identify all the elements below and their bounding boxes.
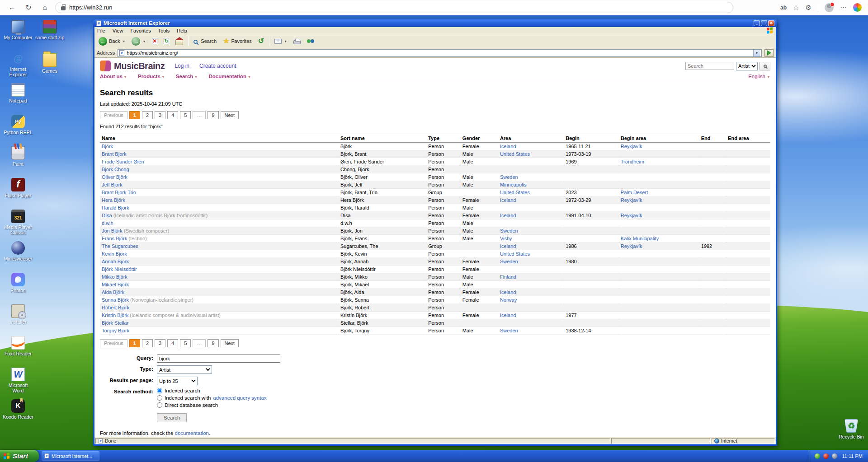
pagination-page-4[interactable]: 4 xyxy=(167,111,178,119)
pagination-next[interactable]: Next xyxy=(221,111,239,119)
artist-link[interactable]: Björk Stellar xyxy=(102,320,128,326)
artist-link[interactable]: Mikael Björk xyxy=(102,282,129,287)
desktop-icon-microsoft-word[interactable]: Microsoft Word xyxy=(3,368,33,396)
browser-menu-icon[interactable]: ⋯ xyxy=(840,4,847,11)
documentation-link[interactable]: documentation xyxy=(175,430,209,436)
pagination-next[interactable]: Next xyxy=(221,339,239,347)
desktop-icon-notepad[interactable]: Notepad xyxy=(3,83,33,111)
nav-search[interactable]: Search ▼ xyxy=(176,74,198,79)
artist-link[interactable]: The Sugarcubes xyxy=(102,243,138,249)
area-link[interactable]: Iceland xyxy=(500,213,516,218)
history-button[interactable]: ↺ xyxy=(257,37,265,46)
site-search-input[interactable] xyxy=(685,62,734,70)
artist-link[interactable]: Kristín Björk xyxy=(102,313,128,318)
pagination-page-9[interactable]: 9 xyxy=(208,111,218,119)
stop-button[interactable]: ✕ xyxy=(151,37,159,45)
begin-area-link[interactable]: Kalix Municipality xyxy=(621,236,659,241)
artist-link[interactable]: Frode Sander Øien xyxy=(102,159,144,164)
pagination-page-1[interactable]: 1 xyxy=(129,111,140,119)
menu-tools[interactable]: Tools xyxy=(158,28,170,33)
search-method-radio-2[interactable] xyxy=(157,402,162,408)
artist-link[interactable]: Brant Bjork Trio xyxy=(102,190,136,195)
desktop-icon-games-folder[interactable]: Games xyxy=(34,51,65,79)
search-button[interactable]: Search xyxy=(192,37,218,45)
maximize-button[interactable]: □ xyxy=(761,20,767,26)
desktop-icon-python-repl[interactable]: Python REPL xyxy=(3,115,33,143)
artist-link[interactable]: Jon Björk xyxy=(102,228,123,233)
desktop-icon-my-computer[interactable]: My Computer xyxy=(3,20,33,48)
begin-area-link[interactable]: Trondheim xyxy=(621,159,644,164)
address-input[interactable]: https://musicbrainz.org/ ▼ xyxy=(118,49,762,57)
desktop-icon-foxit-reader[interactable]: Foxit Reader xyxy=(3,336,33,364)
area-link[interactable]: Visby xyxy=(500,236,512,241)
nav-about-us[interactable]: About us ▼ xyxy=(100,74,127,79)
mail-button[interactable]: ▼ xyxy=(273,38,288,45)
artist-link[interactable]: Alda Björk xyxy=(102,289,124,295)
area-link[interactable]: Iceland xyxy=(500,197,516,203)
area-link[interactable]: Minneapolis xyxy=(500,182,527,187)
artist-link[interactable]: Björk xyxy=(102,144,113,149)
artist-link[interactable]: Kevin Björk xyxy=(102,251,127,257)
pagination-page-5[interactable]: 5 xyxy=(180,111,191,119)
window-titlebar[interactable]: Microsoft Internet Explorer _ □ ✕ xyxy=(93,19,777,27)
language-menu[interactable]: English ▼ xyxy=(748,74,770,79)
site-search-button[interactable] xyxy=(760,62,770,70)
artist-link[interactable]: Brant Bjork xyxy=(102,151,126,157)
favorite-star-icon[interactable]: ☆ xyxy=(793,4,799,11)
pagination-page-4[interactable]: 4 xyxy=(167,339,178,347)
menu-help[interactable]: Help xyxy=(177,28,187,33)
area-link[interactable]: Sweden xyxy=(500,328,518,333)
results-per-page-select[interactable]: Up to 25 xyxy=(157,377,198,385)
artist-link[interactable]: d.w.h xyxy=(102,220,113,226)
profile-avatar[interactable] xyxy=(825,3,834,12)
home-button[interactable] xyxy=(174,37,184,46)
minimize-button[interactable]: _ xyxy=(754,20,760,26)
menu-view[interactable]: View xyxy=(113,28,123,33)
artist-link[interactable]: Björk Níelsdóttir xyxy=(102,266,137,272)
area-link[interactable]: Sweden xyxy=(500,174,518,180)
back-dropdown-icon[interactable]: ▼ xyxy=(122,40,125,43)
refresh-button[interactable]: ↻ xyxy=(162,37,170,45)
translate-icon[interactable]: ab xyxy=(780,5,787,10)
tray-icon-3[interactable] xyxy=(832,453,837,459)
desktop-icon-koodo-reader[interactable]: Koodo Reader xyxy=(3,399,33,427)
artist-link[interactable]: Bjork Chong xyxy=(102,167,129,172)
area-link[interactable]: Iceland xyxy=(500,289,516,295)
address-bar[interactable]: https://win32.run xyxy=(55,2,733,13)
browser-home-icon[interactable]: ⌂ xyxy=(39,2,51,14)
artist-link[interactable]: Jeff Bjork xyxy=(102,182,123,187)
desktop-icon-paint[interactable]: Paint xyxy=(3,146,33,174)
pagination-previous[interactable]: Previous xyxy=(100,111,127,119)
desktop-icon-recycle-bin[interactable]: Recycle Bin xyxy=(835,419,867,447)
pagination-page-1[interactable]: 1 xyxy=(129,339,140,347)
browser-reload-icon[interactable]: ↻ xyxy=(23,2,34,14)
pagination-page-3[interactable]: 3 xyxy=(155,111,165,119)
desktop-icon-internet-explorer[interactable]: Internet Explorer xyxy=(3,51,33,79)
copilot-icon[interactable] xyxy=(853,3,862,12)
pagination-page-3[interactable]: 3 xyxy=(155,339,165,347)
area-link[interactable]: United States xyxy=(500,190,530,195)
artist-link[interactable]: Annah Björk xyxy=(102,259,129,264)
begin-area-link[interactable]: Reykjavík xyxy=(621,197,642,203)
mb-logo[interactable]: MusicBrainz xyxy=(100,61,165,71)
start-button[interactable]: Start xyxy=(0,450,39,462)
artist-link[interactable]: Oliver Björk xyxy=(102,174,127,180)
site-search-type-select[interactable]: Artist xyxy=(736,62,758,70)
desktop-icon-installer[interactable]: Installer xyxy=(3,304,33,332)
favorites-button[interactable]: ★ Favorites xyxy=(222,37,253,46)
desktop-icon-flash-player[interactable]: Flash Player xyxy=(3,178,33,206)
type-select[interactable]: Artist xyxy=(157,365,212,374)
form-search-button[interactable]: Search xyxy=(157,413,187,422)
area-link[interactable]: United States xyxy=(500,151,530,157)
desktop-icon-media-player-classic[interactable]: Media Player Classic xyxy=(3,210,33,238)
address-dropdown-icon[interactable]: ▼ xyxy=(753,50,760,56)
tray-icon-2[interactable] xyxy=(823,453,829,459)
artist-link[interactable]: Mikko Björk xyxy=(102,274,127,280)
print-button[interactable] xyxy=(292,37,302,45)
menu-favorites[interactable]: Favorites xyxy=(130,28,151,33)
pagination-previous[interactable]: Previous xyxy=(100,339,127,347)
artist-link[interactable]: Dísa xyxy=(102,213,112,218)
begin-area-link[interactable]: Reykjavík xyxy=(621,213,642,218)
advanced-query-syntax-link[interactable]: advanced query syntax xyxy=(213,395,266,401)
forward-button[interactable]: → ▼ xyxy=(130,36,147,47)
